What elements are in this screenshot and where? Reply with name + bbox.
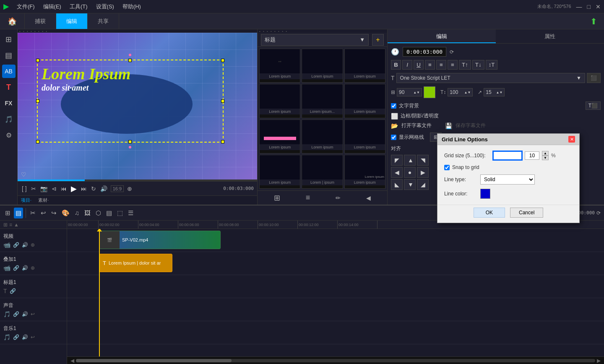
align-mid-right[interactable]: ▶ — [417, 167, 429, 178]
track-overlay-lock[interactable]: ⊕ — [31, 265, 35, 271]
sidebar-icon-transition[interactable]: ▤ — [2, 49, 16, 62]
scroll-right[interactable]: ▶ — [597, 358, 601, 364]
grid-line-dialog[interactable]: Grid Line Options ✕ Grid size (5...100):… — [437, 133, 580, 223]
tl-btn-pan[interactable]: ⬚ — [115, 208, 125, 218]
font-selector[interactable]: One Stroke Script LET ▼ — [396, 73, 585, 83]
win-maximize[interactable]: □ — [587, 3, 591, 10]
grid-size-input[interactable] — [493, 151, 522, 160]
sidebar-icon-titles[interactable]: AB — [2, 65, 16, 78]
media-thumb-6[interactable]: Lorem ipsum — [344, 84, 385, 118]
format-align-left[interactable]: ≡ — [425, 60, 435, 70]
format-align-center[interactable]: ≡ — [436, 60, 446, 70]
line-type-select[interactable]: Solid Dashed Dotted — [480, 174, 535, 185]
media-thumb-11[interactable]: Lorem | ipsum — [302, 155, 343, 189]
dialog-ok-btn[interactable]: OK — [474, 208, 505, 218]
btn-zoom[interactable]: ⊕ — [126, 185, 133, 193]
tl-btn-subtitle[interactable]: ▤ — [104, 208, 114, 218]
sidebar-icon-settings[interactable]: ⚙ — [2, 128, 16, 142]
align-top-center[interactable]: ▲ — [404, 155, 416, 166]
grid-size-spin-down[interactable]: ▼ — [542, 156, 549, 160]
format-size-up[interactable]: T↑ — [459, 60, 471, 70]
material-label[interactable]: 素材· — [38, 197, 49, 203]
media-collapse[interactable]: ◀ — [366, 195, 371, 201]
show-grid-checkbox[interactable] — [391, 135, 396, 140]
font-expand-btn[interactable]: ⬛ — [587, 73, 601, 83]
align-bot-right[interactable]: ◢ — [417, 179, 429, 190]
media-list-view[interactable]: ≡ — [306, 193, 310, 202]
format-align-right[interactable]: ≡ — [448, 60, 458, 70]
format-italic[interactable]: I — [402, 60, 412, 70]
menu-edit[interactable]: 编辑(E) — [40, 1, 65, 12]
win-minimize[interactable]: — — [576, 3, 582, 10]
track-music-link[interactable]: 🔗 — [13, 334, 19, 340]
tl-btn-redo[interactable]: ↪ — [49, 208, 58, 218]
media-add-button[interactable]: + — [372, 34, 384, 46]
btn-volume[interactable]: 🔊 — [99, 185, 108, 193]
aspect-ratio[interactable]: 16:9 — [111, 185, 124, 192]
track-audio-return[interactable]: ↩ — [31, 311, 35, 317]
track-video-lock[interactable]: ⊕ — [31, 242, 35, 248]
btn-mark-in[interactable]: ⊲ — [51, 185, 57, 193]
text-bg-checkbox[interactable] — [391, 103, 396, 109]
format-size-down[interactable]: T↓ — [472, 60, 484, 70]
btn-special[interactable]: ✂ — [30, 185, 37, 193]
playhead[interactable] — [99, 229, 100, 356]
clip-video[interactable]: 🎬 SP-V02.mp4 — [99, 231, 221, 249]
media-thumb-7[interactable]: Lorem ipsum — [259, 120, 300, 153]
line-color-swatch[interactable] — [480, 189, 490, 199]
media-thumb-9[interactable]: Lorem ipsum — [344, 120, 385, 153]
color-swatch[interactable] — [424, 86, 435, 98]
font-size-container[interactable]: 90 ▲▼ — [397, 88, 422, 96]
angle-container[interactable]: 15 ▲▼ — [484, 88, 505, 96]
track-overlay-mute[interactable]: 🔊 — [22, 265, 28, 271]
media-thumb-10[interactable]: Lorem ipsum — [259, 155, 300, 189]
grid-size-spin-up[interactable]: ▲ — [542, 151, 549, 156]
align-top-left[interactable]: ◤ — [391, 155, 403, 166]
time-spinner[interactable]: ⟳ — [450, 49, 454, 55]
align-bot-center[interactable]: ▼ — [404, 179, 416, 190]
track-music-mute[interactable]: 🔊 — [22, 334, 28, 340]
align-top-right[interactable]: ◥ — [417, 155, 429, 166]
align-mid-left[interactable]: ◀ — [391, 167, 403, 178]
tl-btn-scene[interactable]: ⊞ — [3, 208, 12, 218]
sidebar-icon-audio[interactable]: 🎵 — [2, 112, 16, 126]
nav-tab-capture[interactable]: 捕获 — [25, 13, 56, 29]
tl-add-track-icon[interactable]: ⊞ — [3, 222, 8, 228]
menu-file[interactable]: 文件(F) — [13, 1, 38, 12]
media-thumb-3[interactable]: Lorem ipsum — [344, 49, 385, 83]
menu-tools[interactable]: 工具(T) — [66, 1, 91, 12]
h-scrollbar[interactable] — [76, 359, 595, 362]
win-close[interactable]: ✕ — [596, 3, 601, 10]
btn-prev-frame[interactable]: ⏮ — [60, 185, 68, 193]
project-label[interactable]: 项目· — [21, 197, 31, 203]
menu-settings[interactable]: 设置(S) — [93, 1, 117, 12]
nav-tab-share[interactable]: 共享 — [88, 13, 119, 29]
track-music-return[interactable]: ↩ — [31, 334, 35, 340]
btn-next-frame[interactable]: ⏭ — [80, 185, 88, 193]
clip-title[interactable]: T Lorem Ipsum | dolor sit ar — [99, 254, 172, 272]
media-thumb-1[interactable]: ▪▪ Lorem ipsum — [259, 49, 300, 83]
track-title-link[interactable]: 🔗 — [10, 288, 16, 294]
track-audio-mute[interactable]: 🔊 — [22, 311, 28, 317]
media-grid-view[interactable]: ⊞ — [274, 193, 280, 203]
track-video-link[interactable]: 🔗 — [13, 242, 19, 248]
tl-btn-audio[interactable]: ♫ — [73, 208, 81, 218]
align-center[interactable]: ● — [404, 167, 416, 178]
media-thumb-8[interactable]: Lorem ipsum — [302, 120, 343, 153]
text-bg-icon[interactable]: T⬛ — [586, 101, 601, 110]
tl-menu-icon[interactable]: ▲ — [14, 222, 19, 228]
media-thumb-2[interactable]: Lorem ipsum — [302, 49, 343, 83]
tl-sort-icon[interactable]: ≡ — [9, 222, 12, 228]
media-thumb-12[interactable]: Lorem ipsum Lorem ipsum — [344, 155, 385, 189]
align-bot-left[interactable]: ◣ — [391, 179, 403, 190]
snap-to-grid-checkbox[interactable] — [444, 165, 450, 170]
tl-btn-transition[interactable]: ⬡ — [94, 208, 103, 218]
btn-play[interactable]: ▶ — [70, 183, 78, 194]
media-thumb-5[interactable]: Lorem ipsum... — [302, 84, 343, 118]
menu-help[interactable]: 帮助(H) — [119, 1, 144, 12]
open-file-btn[interactable]: 打开字幕文件 — [401, 122, 432, 129]
tl-btn-track[interactable]: ▤ — [14, 208, 23, 218]
format-line-spacing[interactable]: ↕T — [486, 60, 498, 70]
format-underline[interactable]: U — [414, 60, 424, 70]
track-audio-link[interactable]: 🔗 — [13, 311, 19, 317]
